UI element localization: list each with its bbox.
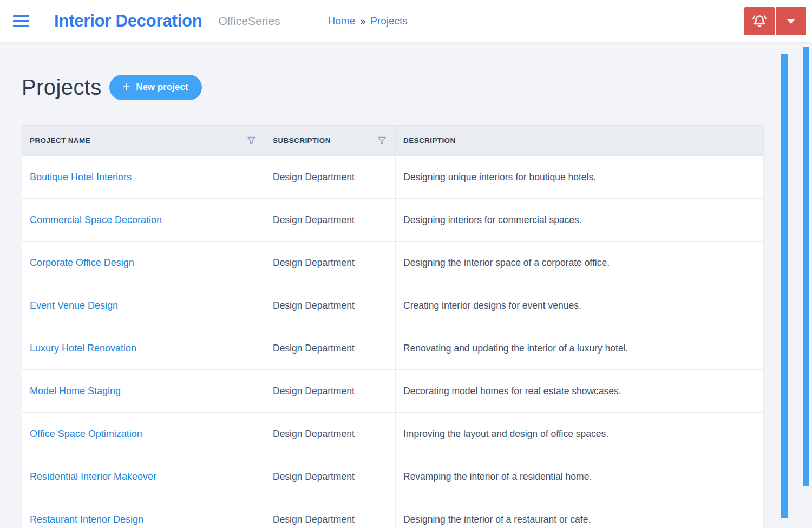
project-name-cell: Luxury Hotel Renovation (22, 327, 265, 370)
column-label: DESCRIPTION (403, 136, 456, 145)
inner-scrollbar[interactable] (781, 54, 788, 518)
project-name-cell: Model Home Staging (22, 370, 265, 413)
project-name-cell: Office Space Optimization (22, 413, 265, 455)
new-project-button[interactable]: + New project (109, 75, 202, 100)
subscription-cell: Design Department (265, 498, 396, 528)
project-link[interactable]: Commercial Space Decoration (30, 214, 162, 225)
table-row: Commercial Space Decoration Design Depar… (22, 199, 764, 242)
description-cell: Improving the layout and design of offic… (396, 413, 764, 455)
hamburger-icon (13, 25, 29, 27)
bell-icon (750, 12, 769, 30)
table-row: Restaurant Interior Design Design Depart… (22, 498, 764, 528)
project-link[interactable]: Restaurant Interior Design (30, 514, 143, 525)
project-name-cell: Residential Interior Makeover (22, 455, 265, 498)
caret-down-icon (787, 19, 795, 24)
table-header-row: PROJECT NAME SUBSCRIPTION (22, 126, 764, 156)
project-link[interactable]: Residential Interior Makeover (30, 471, 156, 482)
description-cell: Renovating and updating the interior of … (396, 327, 764, 370)
table-row: Model Home Staging Design Department Dec… (22, 370, 764, 413)
subscription-cell: Design Department (265, 370, 396, 413)
column-label: SUBSCRIPTION (273, 136, 331, 145)
description-cell: Revamping the interior of a residential … (396, 455, 764, 498)
project-link[interactable]: Model Home Staging (30, 386, 121, 396)
hamburger-icon (13, 20, 29, 22)
app-subtitle: OfficeSeries (219, 15, 280, 28)
table-row: Boutique Hotel Interiors Design Departme… (22, 156, 764, 199)
project-link[interactable]: Corporate Office Design (30, 257, 134, 268)
app-title: Interior Decoration (54, 11, 202, 31)
table-row: Corporate Office Design Design Departmen… (22, 242, 764, 284)
title-row: Projects + New project (22, 74, 790, 101)
project-name-cell: Commercial Space Decoration (22, 199, 265, 242)
project-link[interactable]: Luxury Hotel Renovation (30, 343, 136, 354)
notifications-button[interactable] (744, 7, 775, 35)
funnel-icon[interactable] (247, 136, 256, 145)
subscription-cell: Design Department (265, 455, 396, 498)
project-name-cell: Boutique Hotel Interiors (22, 156, 265, 199)
column-label: PROJECT NAME (30, 136, 90, 145)
outer-scrollbar[interactable] (803, 47, 809, 486)
main-content: Projects + New project PROJECT NAME (0, 74, 812, 528)
description-cell: Creating interior designs for event venu… (396, 284, 764, 327)
header-actions (744, 7, 806, 35)
subscription-cell: Design Department (265, 413, 396, 455)
header-divider (41, 0, 41, 43)
subscription-cell: Design Department (265, 284, 396, 327)
subscription-cell: Design Department (265, 242, 396, 284)
description-cell: Designing the interior of a restaurant o… (396, 498, 764, 528)
table-row: Residential Interior Makeover Design Dep… (22, 455, 764, 498)
description-cell: Designing interiors for commercial space… (396, 199, 764, 242)
column-header-description[interactable]: DESCRIPTION (396, 126, 764, 156)
funnel-icon[interactable] (377, 136, 387, 145)
description-cell: Designing unique interiors for boutique … (396, 156, 764, 199)
subscription-cell: Design Department (265, 199, 396, 242)
column-header-project-name[interactable]: PROJECT NAME (22, 126, 265, 156)
project-link[interactable]: Event Venue Design (30, 300, 118, 311)
description-cell: Decorating model homes for real estate s… (396, 370, 764, 413)
project-link[interactable]: Boutique Hotel Interiors (30, 172, 132, 182)
account-dropdown-button[interactable] (776, 7, 806, 35)
subscription-cell: Design Department (265, 156, 396, 199)
projects-table: PROJECT NAME SUBSCRIPTION (22, 125, 764, 528)
table-row: Luxury Hotel Renovation Design Departmen… (22, 327, 764, 370)
project-name-cell: Corporate Office Design (22, 242, 265, 284)
plus-icon: + (123, 81, 130, 93)
project-link[interactable]: Office Space Optimization (30, 428, 142, 439)
hamburger-icon (13, 15, 29, 17)
breadcrumb: Home » Projects (328, 15, 408, 27)
breadcrumb-projects-link[interactable]: Projects (370, 15, 408, 27)
new-project-label: New project (136, 82, 188, 93)
table-row: Office Space Optimization Design Departm… (22, 413, 764, 455)
hamburger-menu-button[interactable] (12, 13, 30, 29)
column-header-subscription[interactable]: SUBSCRIPTION (265, 126, 396, 156)
breadcrumb-separator: » (360, 16, 365, 27)
subscription-cell: Design Department (265, 327, 396, 370)
page-title: Projects (22, 75, 102, 100)
project-name-cell: Restaurant Interior Design (22, 498, 265, 528)
project-name-cell: Event Venue Design (22, 284, 265, 327)
app-header: Interior Decoration OfficeSeries Home » … (0, 0, 812, 43)
table-row: Event Venue Design Design Department Cre… (22, 284, 764, 327)
breadcrumb-home-link[interactable]: Home (328, 15, 356, 27)
description-cell: Designing the interior space of a corpor… (396, 242, 764, 284)
